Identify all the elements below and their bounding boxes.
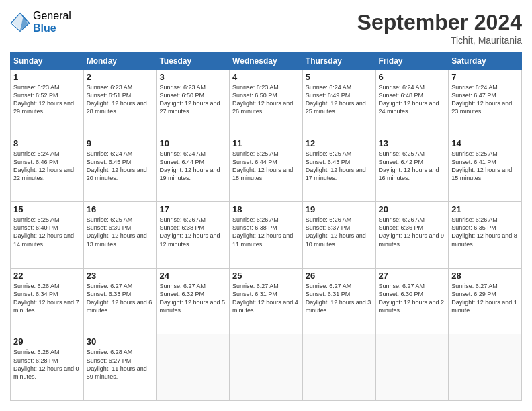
- calendar-cell: 13Sunrise: 6:25 AMSunset: 6:42 PMDayligh…: [375, 136, 449, 202]
- calendar-cell: 9Sunrise: 6:24 AMSunset: 6:45 PMDaylight…: [83, 136, 157, 202]
- day-number: 12: [306, 138, 373, 148]
- day-number: 9: [87, 138, 154, 148]
- day-number: 10: [159, 138, 226, 148]
- header-row: SundayMondayTuesdayWednesdayThursdayFrid…: [11, 53, 522, 70]
- calendar-cell: 7Sunrise: 6:24 AMSunset: 6:47 PMDaylight…: [449, 70, 522, 136]
- day-number: 13: [379, 138, 446, 148]
- day-info: Sunrise: 6:24 AMSunset: 6:48 PMDaylight:…: [379, 83, 446, 116]
- day-info: Sunrise: 6:23 AMSunset: 6:50 PMDaylight:…: [159, 83, 226, 116]
- day-info: Sunrise: 6:25 AMSunset: 6:39 PMDaylight:…: [87, 216, 154, 248]
- header-wednesday: Wednesday: [230, 53, 303, 70]
- calendar-page: General Blue September 2024 Tichit, Maur…: [0, 0, 532, 411]
- calendar-cell: [230, 334, 303, 401]
- calendar-cell: 4Sunrise: 6:23 AMSunset: 6:50 PMDaylight…: [230, 70, 303, 136]
- day-number: 1: [13, 72, 81, 82]
- calendar-row: 22Sunrise: 6:26 AMSunset: 6:34 PMDayligh…: [11, 268, 522, 334]
- day-number: 8: [13, 138, 81, 148]
- calendar-row: 29Sunrise: 6:28 AMSunset: 6:28 PMDayligh…: [11, 334, 522, 401]
- day-number: 16: [87, 204, 154, 214]
- day-number: 11: [232, 138, 300, 148]
- day-number: 2: [87, 72, 154, 82]
- day-info: Sunrise: 6:26 AMSunset: 6:34 PMDaylight:…: [13, 282, 81, 315]
- calendar-cell: 16Sunrise: 6:25 AMSunset: 6:39 PMDayligh…: [83, 202, 157, 269]
- calendar-cell: 12Sunrise: 6:25 AMSunset: 6:43 PMDayligh…: [302, 136, 375, 202]
- day-number: 23: [87, 271, 154, 281]
- calendar-cell: 19Sunrise: 6:26 AMSunset: 6:37 PMDayligh…: [302, 202, 375, 269]
- day-number: 29: [13, 336, 81, 347]
- calendar-cell: 30Sunrise: 6:28 AMSunset: 6:27 PMDayligh…: [83, 334, 157, 401]
- header-friday: Friday: [375, 53, 449, 70]
- day-number: 15: [13, 204, 81, 214]
- day-number: 4: [232, 72, 300, 82]
- day-info: Sunrise: 6:23 AMSunset: 6:52 PMDaylight:…: [13, 83, 81, 116]
- day-info: Sunrise: 6:24 AMSunset: 6:46 PMDaylight:…: [13, 150, 81, 183]
- calendar-cell: 15Sunrise: 6:25 AMSunset: 6:40 PMDayligh…: [11, 202, 84, 269]
- calendar-cell: 27Sunrise: 6:27 AMSunset: 6:30 PMDayligh…: [375, 268, 449, 334]
- calendar-cell: 20Sunrise: 6:26 AMSunset: 6:36 PMDayligh…: [375, 202, 449, 269]
- calendar-cell: 29Sunrise: 6:28 AMSunset: 6:28 PMDayligh…: [11, 334, 84, 401]
- day-info: Sunrise: 6:27 AMSunset: 6:29 PMDaylight:…: [451, 282, 519, 315]
- day-info: Sunrise: 6:25 AMSunset: 6:44 PMDaylight:…: [232, 150, 300, 183]
- logo-general: General: [33, 10, 71, 22]
- day-info: Sunrise: 6:28 AMSunset: 6:28 PMDaylight:…: [13, 348, 81, 381]
- day-info: Sunrise: 6:26 AMSunset: 6:38 PMDaylight:…: [232, 216, 300, 248]
- calendar-cell: 14Sunrise: 6:25 AMSunset: 6:41 PMDayligh…: [449, 136, 522, 202]
- day-number: 30: [87, 336, 154, 347]
- calendar-table: SundayMondayTuesdayWednesdayThursdayFrid…: [10, 52, 522, 401]
- calendar-cell: 1Sunrise: 6:23 AMSunset: 6:52 PMDaylight…: [11, 70, 84, 136]
- logo-icon: [10, 12, 30, 32]
- calendar-cell: [302, 334, 375, 401]
- calendar-cell: [157, 334, 230, 401]
- day-info: Sunrise: 6:27 AMSunset: 6:31 PMDaylight:…: [306, 282, 373, 315]
- calendar-cell: 5Sunrise: 6:24 AMSunset: 6:49 PMDaylight…: [302, 70, 375, 136]
- day-info: Sunrise: 6:25 AMSunset: 6:42 PMDaylight:…: [379, 150, 446, 183]
- calendar-cell: 8Sunrise: 6:24 AMSunset: 6:46 PMDaylight…: [11, 136, 84, 202]
- day-number: 17: [159, 204, 226, 214]
- day-number: 21: [451, 204, 519, 214]
- day-info: Sunrise: 6:27 AMSunset: 6:33 PMDaylight:…: [87, 282, 154, 315]
- day-number: 28: [451, 271, 519, 281]
- calendar-cell: 28Sunrise: 6:27 AMSunset: 6:29 PMDayligh…: [449, 268, 522, 334]
- day-info: Sunrise: 6:27 AMSunset: 6:32 PMDaylight:…: [159, 282, 226, 315]
- calendar-row: 8Sunrise: 6:24 AMSunset: 6:46 PMDaylight…: [11, 136, 522, 202]
- day-info: Sunrise: 6:24 AMSunset: 6:45 PMDaylight:…: [87, 150, 154, 183]
- day-number: 7: [451, 72, 519, 82]
- day-number: 14: [451, 138, 519, 148]
- day-number: 26: [306, 271, 373, 281]
- title-section: September 2024 Tichit, Mauritania: [357, 10, 522, 46]
- calendar-cell: 26Sunrise: 6:27 AMSunset: 6:31 PMDayligh…: [302, 268, 375, 334]
- day-info: Sunrise: 6:27 AMSunset: 6:31 PMDaylight:…: [232, 282, 300, 315]
- calendar-cell: 11Sunrise: 6:25 AMSunset: 6:44 PMDayligh…: [230, 136, 303, 202]
- day-info: Sunrise: 6:24 AMSunset: 6:47 PMDaylight:…: [451, 83, 519, 116]
- day-number: 19: [306, 204, 373, 214]
- calendar-cell: 25Sunrise: 6:27 AMSunset: 6:31 PMDayligh…: [230, 268, 303, 334]
- day-info: Sunrise: 6:25 AMSunset: 6:40 PMDaylight:…: [13, 216, 81, 248]
- header-tuesday: Tuesday: [157, 53, 230, 70]
- calendar-cell: 17Sunrise: 6:26 AMSunset: 6:38 PMDayligh…: [157, 202, 230, 269]
- day-info: Sunrise: 6:26 AMSunset: 6:37 PMDaylight:…: [306, 216, 373, 248]
- logo: General Blue: [10, 10, 71, 34]
- day-info: Sunrise: 6:28 AMSunset: 6:27 PMDaylight:…: [87, 348, 154, 381]
- header-saturday: Saturday: [449, 53, 522, 70]
- calendar-row: 15Sunrise: 6:25 AMSunset: 6:40 PMDayligh…: [11, 202, 522, 269]
- day-number: 18: [232, 204, 300, 214]
- calendar-cell: 24Sunrise: 6:27 AMSunset: 6:32 PMDayligh…: [157, 268, 230, 334]
- day-number: 3: [159, 72, 226, 82]
- logo-blue: Blue: [33, 22, 71, 34]
- day-number: 6: [379, 72, 446, 82]
- calendar-cell: [375, 334, 449, 401]
- day-number: 22: [13, 271, 81, 281]
- day-number: 27: [379, 271, 446, 281]
- day-number: 5: [306, 72, 373, 82]
- day-info: Sunrise: 6:24 AMSunset: 6:49 PMDaylight:…: [306, 83, 373, 116]
- calendar-row: 1Sunrise: 6:23 AMSunset: 6:52 PMDaylight…: [11, 70, 522, 136]
- calendar-cell: 18Sunrise: 6:26 AMSunset: 6:38 PMDayligh…: [230, 202, 303, 269]
- location: Tichit, Mauritania: [357, 35, 522, 46]
- calendar-cell: 3Sunrise: 6:23 AMSunset: 6:50 PMDaylight…: [157, 70, 230, 136]
- calendar-cell: 22Sunrise: 6:26 AMSunset: 6:34 PMDayligh…: [11, 268, 84, 334]
- day-info: Sunrise: 6:26 AMSunset: 6:35 PMDaylight:…: [451, 216, 519, 248]
- day-number: 25: [232, 271, 300, 281]
- day-info: Sunrise: 6:23 AMSunset: 6:51 PMDaylight:…: [87, 83, 154, 116]
- day-info: Sunrise: 6:25 AMSunset: 6:41 PMDaylight:…: [451, 150, 519, 183]
- day-info: Sunrise: 6:23 AMSunset: 6:50 PMDaylight:…: [232, 83, 300, 116]
